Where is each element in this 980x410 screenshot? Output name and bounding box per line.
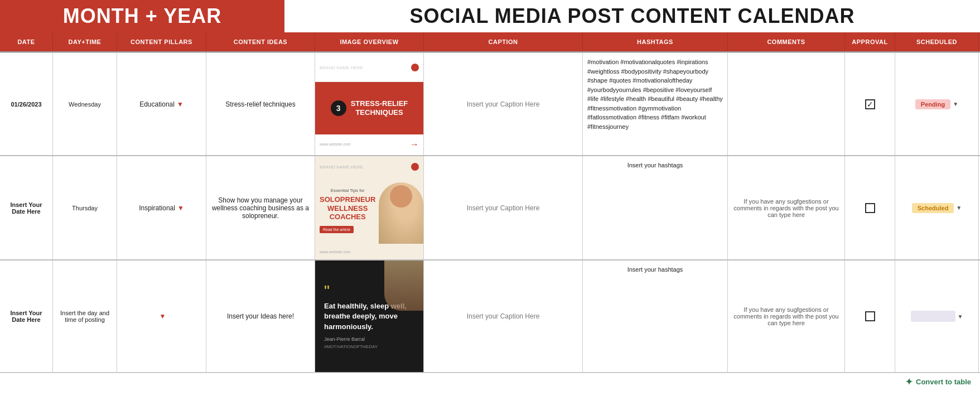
brand-dot-2 [411,163,419,171]
header-left: MONTH + YEAR [0,0,284,32]
col-header-daytime: DAY+TIME [53,32,117,51]
cell-date-3: Insert Your Date Here [0,261,53,372]
arrow-icon-1: → [410,139,419,149]
col-header-caption: CAPTION [424,32,583,51]
status-dropdown-2[interactable]: ▼ [956,205,962,211]
image-middle-1: 3 STRESS-RELIEFTECHNIQUES [315,82,423,134]
cell-caption-2: Insert your Caption Here [424,156,583,259]
status-badge-3 [911,311,955,322]
quote-mark-3: " [324,283,330,299]
status-badge-2: Scheduled [912,203,954,213]
cell-ideas-3: Insert your Ideas here! [206,261,315,372]
image-top-1: BRAND NAME HERE [315,54,423,82]
cell-daytime-1: Wednesday [53,53,117,155]
convert-to-table-button[interactable]: ✦ Convert to table [905,377,971,387]
column-headers-row: DATE DAY+TIME CONTENT PILLARS CONTENT ID… [0,32,980,52]
header-right: SOCIAL MEDIA POST CONTENT CALENDAR [284,0,980,32]
circle-number-1: 3 [331,100,346,116]
image-author-3: Jean-Pierre Barral [324,336,365,342]
cell-hashtags-3: Insert your hashtags [583,261,728,372]
col-header-ideas: CONTENT IDEAS [206,32,315,51]
status-dropdown-1[interactable]: ▼ [953,101,958,107]
cell-scheduled-1: Pending ▼ [895,53,979,155]
status-badge-row-1: Pending ▼ [915,99,958,109]
convert-label: Convert to table [916,378,971,386]
image-middle-content-1: 3 STRESS-RELIEFTECHNIQUES [331,99,408,117]
pillar-text-1: Educational [139,100,175,108]
status-dropdown-3[interactable]: ▼ [958,313,963,320]
brand-label-2: BRAND NAME HERE [320,165,363,170]
brand-label-1: BRAND NAME HERE [320,65,363,70]
cell-scheduled-2: Scheduled ▼ [895,156,979,259]
image-btn-2: Read the article [320,226,354,233]
cell-image-2: BRAND NAME HERE Essential Tips for SOLOP… [315,156,424,259]
table-row: 01/26/2023 Wednesday Educational ▼ Stres… [0,53,980,156]
convert-icon: ✦ [905,377,913,387]
dropdown-arrow-icon-1[interactable]: ▼ [177,100,184,108]
website-label-2: www.website.com [320,250,351,254]
cell-scheduled-3: ▼ [895,261,979,372]
month-year-title: MONTH + YEAR [63,4,221,28]
cell-approval-2 [845,156,895,259]
cell-daytime-3: Insert the day and time of posting [53,261,117,372]
dropdown-arrow-icon-3[interactable]: ▼ [160,312,166,320]
image-mockup-3: " Eat healthily, sleep well, breathe dee… [315,261,423,372]
cell-caption-1: Insert your Caption Here [424,53,583,155]
cell-approval-3 [845,261,895,372]
header: MONTH + YEAR SOCIAL MEDIA POST CONTENT C… [0,0,980,32]
table-body: 01/26/2023 Wednesday Educational ▼ Stres… [0,52,980,373]
cell-image-1: BRAND NAME HERE 3 STRESS-RELIEFTECHNIQUE… [315,53,424,155]
status-badge-row-2: Scheduled ▼ [912,203,962,213]
approval-checkbox-2[interactable] [865,203,875,213]
brand-dot-1 [411,64,419,71]
cell-comments-1 [728,53,845,155]
dropdown-arrow-icon-2[interactable]: ▼ [177,204,184,212]
status-badge-row-3: ▼ [911,311,963,322]
image-top-2: BRAND NAME HERE [315,156,423,177]
cell-pillars-3: ▼ [117,261,206,372]
table-row: Insert Your Date Here Thursday Inspirati… [0,156,980,261]
status-badge-1: Pending [915,99,950,109]
cell-pillars-2: Inspirational ▼ [117,156,206,259]
image-main-title-2: SOLOPRENEURWELLNESSCOACHES [320,195,375,221]
cell-date-2: Insert Your Date Here [0,156,53,259]
col-header-image: IMAGE OVERVIEW [315,32,424,51]
col-header-comments: COMMENTS [728,32,845,51]
image-subtitle-2: Essential Tips for [320,188,375,193]
cell-ideas-2: Show how you manage your wellness coachi… [206,156,315,259]
image-title-1: STRESS-RELIEFTECHNIQUES [351,99,408,117]
cell-approval-1: ✓ [845,53,895,155]
image-person-3 [384,261,423,311]
image-mockup-2: BRAND NAME HERE Essential Tips for SOLOP… [315,156,423,259]
image-person-2 [379,182,423,244]
image-bottom-2: www.website.com [315,244,423,259]
image-hashtag-3: #MOTIVATIONOFTHEDAY [324,344,378,349]
pillar-text-2: Inspirational [139,204,175,212]
image-text-col-2: Essential Tips for SOLOPRENEURWELLNESSCO… [315,177,380,244]
calendar-title: SOCIAL MEDIA POST CONTENT CALENDAR [409,4,855,28]
image-bottom-1: www.website.com → [315,134,423,155]
cell-image-3: " Eat healthily, sleep well, breathe dee… [315,261,424,372]
page-wrapper: MONTH + YEAR SOCIAL MEDIA POST CONTENT C… [0,0,980,410]
col-header-hashtags: HASHTAGS [583,32,728,51]
cell-pillars-1: Educational ▼ [117,53,206,155]
cell-daytime-2: Thursday [53,156,117,259]
approval-checkbox-3[interactable] [865,311,875,321]
table-row: Insert Your Date Here Insert the day and… [0,261,980,373]
col-header-date: DATE [0,32,53,51]
approval-checkbox-1[interactable]: ✓ [865,99,875,109]
cell-ideas-1: Stress-relief techniques [206,53,315,155]
website-label-1: www.website.com [320,142,351,146]
image-mockup-1: BRAND NAME HERE 3 STRESS-RELIEFTECHNIQUE… [315,54,423,155]
col-header-approval: APPROVAL [845,32,895,51]
bottom-bar: ✦ Convert to table [0,373,980,390]
cell-date-1: 01/26/2023 [0,53,53,155]
cell-hashtags-1: #motivation #motivationalquotes #inpirat… [583,53,728,155]
cell-comments-3: If you have any sugfgestions or comments… [728,261,845,372]
cell-hashtags-2: Insert your hashtags [583,156,728,259]
col-header-scheduled: SCHEDULED [895,32,979,51]
cell-comments-2: If you have any sugfgestions or comments… [728,156,845,259]
col-header-pillars: CONTENT PILLARS [117,32,206,51]
cell-caption-3: Insert your Caption Here [424,261,583,372]
image-middle-2: Essential Tips for SOLOPRENEURWELLNESSCO… [315,177,423,244]
